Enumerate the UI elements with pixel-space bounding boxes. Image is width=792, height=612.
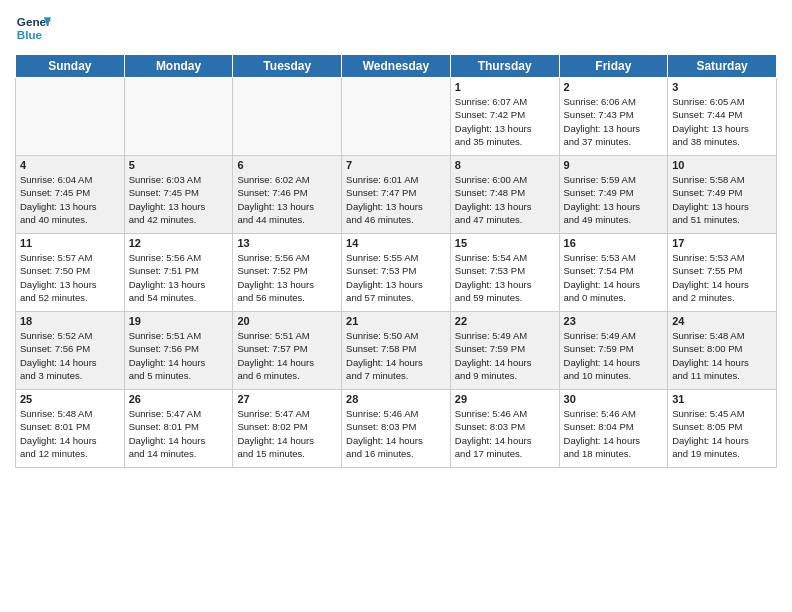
cell-line: Sunrise: 5:54 AM [455, 251, 555, 264]
cell-line: Daylight: 14 hours [237, 434, 337, 447]
cell-line: and 0 minutes. [564, 291, 664, 304]
calendar-cell: 16Sunrise: 5:53 AMSunset: 7:54 PMDayligh… [559, 234, 668, 312]
cell-line: Sunset: 7:59 PM [564, 342, 664, 355]
cell-line: Daylight: 14 hours [564, 356, 664, 369]
cell-line: and 19 minutes. [672, 447, 772, 460]
cell-line: and 51 minutes. [672, 213, 772, 226]
cell-line: Daylight: 13 hours [455, 200, 555, 213]
svg-text:Blue: Blue [17, 28, 43, 41]
day-number: 5 [129, 159, 229, 171]
day-number: 7 [346, 159, 446, 171]
cell-line: Sunrise: 5:53 AM [672, 251, 772, 264]
calendar-cell: 13Sunrise: 5:56 AMSunset: 7:52 PMDayligh… [233, 234, 342, 312]
cell-line: Daylight: 14 hours [455, 434, 555, 447]
cell-line: Sunrise: 5:58 AM [672, 173, 772, 186]
calendar-cell: 23Sunrise: 5:49 AMSunset: 7:59 PMDayligh… [559, 312, 668, 390]
cell-line: and 40 minutes. [20, 213, 120, 226]
cell-line: Sunset: 7:48 PM [455, 186, 555, 199]
calendar-cell: 18Sunrise: 5:52 AMSunset: 7:56 PMDayligh… [16, 312, 125, 390]
cell-line: Daylight: 13 hours [129, 278, 229, 291]
cell-line: Daylight: 13 hours [20, 200, 120, 213]
cell-line: and 15 minutes. [237, 447, 337, 460]
calendar-cell [233, 78, 342, 156]
cell-line: Sunrise: 5:53 AM [564, 251, 664, 264]
cell-line: and 17 minutes. [455, 447, 555, 460]
calendar-cell: 27Sunrise: 5:47 AMSunset: 8:02 PMDayligh… [233, 390, 342, 468]
calendar-cell: 4Sunrise: 6:04 AMSunset: 7:45 PMDaylight… [16, 156, 125, 234]
calendar-cell: 14Sunrise: 5:55 AMSunset: 7:53 PMDayligh… [342, 234, 451, 312]
cell-line: Daylight: 13 hours [564, 200, 664, 213]
cell-line: and 3 minutes. [20, 369, 120, 382]
cell-line: Sunset: 7:45 PM [20, 186, 120, 199]
cell-line: Sunset: 8:05 PM [672, 420, 772, 433]
cell-line: Sunset: 8:03 PM [346, 420, 446, 433]
cell-line: Daylight: 13 hours [129, 200, 229, 213]
cell-line: Daylight: 13 hours [672, 200, 772, 213]
calendar-cell: 31Sunrise: 5:45 AMSunset: 8:05 PMDayligh… [668, 390, 777, 468]
calendar-cell: 7Sunrise: 6:01 AMSunset: 7:47 PMDaylight… [342, 156, 451, 234]
cell-line: Sunset: 7:57 PM [237, 342, 337, 355]
cell-line: and 57 minutes. [346, 291, 446, 304]
cell-line: Sunrise: 6:02 AM [237, 173, 337, 186]
cell-line: Sunset: 8:01 PM [129, 420, 229, 433]
day-number: 13 [237, 237, 337, 249]
cell-line: and 38 minutes. [672, 135, 772, 148]
cell-line: Sunrise: 5:56 AM [237, 251, 337, 264]
cell-line: Daylight: 14 hours [455, 356, 555, 369]
day-number: 3 [672, 81, 772, 93]
cell-line: and 46 minutes. [346, 213, 446, 226]
day-number: 14 [346, 237, 446, 249]
calendar-cell: 9Sunrise: 5:59 AMSunset: 7:49 PMDaylight… [559, 156, 668, 234]
cell-line: Sunset: 8:04 PM [564, 420, 664, 433]
cell-line: and 44 minutes. [237, 213, 337, 226]
cell-line: Sunset: 8:01 PM [20, 420, 120, 433]
day-number: 26 [129, 393, 229, 405]
day-number: 30 [564, 393, 664, 405]
cell-line: Sunrise: 6:04 AM [20, 173, 120, 186]
cell-line: Sunrise: 5:56 AM [129, 251, 229, 264]
cell-line: Daylight: 14 hours [564, 434, 664, 447]
cell-line: Sunrise: 6:03 AM [129, 173, 229, 186]
calendar-cell [16, 78, 125, 156]
day-number: 22 [455, 315, 555, 327]
cell-line: Daylight: 13 hours [455, 122, 555, 135]
cell-line: and 59 minutes. [455, 291, 555, 304]
cell-line: Sunrise: 5:57 AM [20, 251, 120, 264]
cell-line: and 35 minutes. [455, 135, 555, 148]
calendar-cell: 6Sunrise: 6:02 AMSunset: 7:46 PMDaylight… [233, 156, 342, 234]
day-number: 15 [455, 237, 555, 249]
day-number: 20 [237, 315, 337, 327]
cell-line: Sunrise: 6:00 AM [455, 173, 555, 186]
cell-line: Sunrise: 5:49 AM [564, 329, 664, 342]
cell-line: Sunrise: 5:51 AM [129, 329, 229, 342]
cell-line: Sunset: 7:49 PM [564, 186, 664, 199]
day-number: 29 [455, 393, 555, 405]
header: General Blue [15, 10, 777, 46]
cell-line: Daylight: 13 hours [455, 278, 555, 291]
cell-line: Sunset: 7:45 PM [129, 186, 229, 199]
cell-line: Daylight: 14 hours [346, 356, 446, 369]
cell-line: Daylight: 13 hours [672, 122, 772, 135]
cell-line: Sunrise: 6:06 AM [564, 95, 664, 108]
day-number: 21 [346, 315, 446, 327]
calendar-cell: 20Sunrise: 5:51 AMSunset: 7:57 PMDayligh… [233, 312, 342, 390]
cell-line: Daylight: 13 hours [346, 278, 446, 291]
day-number: 4 [20, 159, 120, 171]
cell-line: Sunset: 7:52 PM [237, 264, 337, 277]
cell-line: Daylight: 13 hours [564, 122, 664, 135]
day-header-sunday: Sunday [16, 55, 125, 78]
page: General Blue SundayMondayTuesdayWednesda… [0, 0, 792, 612]
cell-line: Daylight: 14 hours [564, 278, 664, 291]
cell-line: Sunset: 7:43 PM [564, 108, 664, 121]
calendar-cell: 15Sunrise: 5:54 AMSunset: 7:53 PMDayligh… [450, 234, 559, 312]
calendar-cell: 28Sunrise: 5:46 AMSunset: 8:03 PMDayligh… [342, 390, 451, 468]
cell-line: Daylight: 13 hours [237, 200, 337, 213]
cell-line: Sunrise: 6:01 AM [346, 173, 446, 186]
cell-line: Sunrise: 5:50 AM [346, 329, 446, 342]
cell-line: Sunset: 7:49 PM [672, 186, 772, 199]
cell-line: Daylight: 14 hours [129, 434, 229, 447]
day-number: 11 [20, 237, 120, 249]
calendar-cell: 29Sunrise: 5:46 AMSunset: 8:03 PMDayligh… [450, 390, 559, 468]
cell-line: Sunrise: 5:48 AM [20, 407, 120, 420]
logo: General Blue [15, 10, 51, 46]
